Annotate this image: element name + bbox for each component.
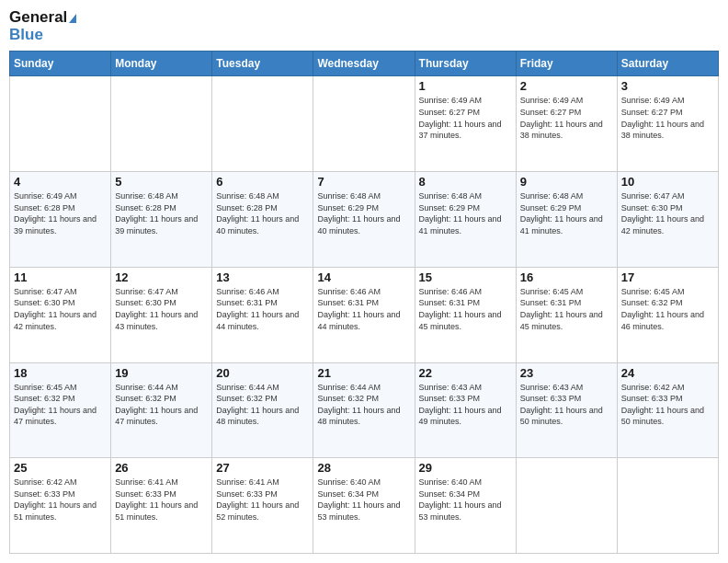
- day-info: Sunrise: 6:43 AM Sunset: 6:33 PM Dayligh…: [419, 382, 512, 428]
- day-header-tuesday: Tuesday: [212, 52, 313, 76]
- logo-blue-text: Blue: [9, 27, 43, 44]
- calendar-week-5: 25Sunrise: 6:42 AM Sunset: 6:33 PM Dayli…: [10, 458, 719, 554]
- day-number: 5: [115, 175, 208, 189]
- day-info: Sunrise: 6:49 AM Sunset: 6:27 PM Dayligh…: [520, 95, 613, 141]
- day-number: 29: [419, 461, 512, 475]
- day-number: 28: [317, 461, 410, 475]
- day-info: Sunrise: 6:40 AM Sunset: 6:34 PM Dayligh…: [317, 477, 410, 523]
- day-number: 2: [520, 79, 613, 93]
- day-header-sunday: Sunday: [10, 52, 111, 76]
- calendar-cell: 13Sunrise: 6:46 AM Sunset: 6:31 PM Dayli…: [212, 267, 313, 362]
- calendar-cell: 24Sunrise: 6:42 AM Sunset: 6:33 PM Dayli…: [617, 362, 718, 458]
- calendar-cell: 25Sunrise: 6:42 AM Sunset: 6:33 PM Dayli…: [10, 458, 111, 554]
- day-info: Sunrise: 6:41 AM Sunset: 6:33 PM Dayligh…: [216, 477, 309, 523]
- calendar-cell: [313, 76, 415, 172]
- calendar-cell: 16Sunrise: 6:45 AM Sunset: 6:31 PM Dayli…: [516, 267, 617, 362]
- day-number: 4: [14, 175, 107, 189]
- day-info: Sunrise: 6:48 AM Sunset: 6:29 PM Dayligh…: [317, 190, 410, 236]
- day-number: 20: [216, 366, 309, 380]
- day-number: 6: [216, 175, 309, 189]
- day-info: Sunrise: 6:41 AM Sunset: 6:33 PM Dayligh…: [115, 477, 208, 523]
- day-number: 16: [520, 270, 613, 284]
- calendar-week-3: 11Sunrise: 6:47 AM Sunset: 6:30 PM Dayli…: [10, 267, 719, 362]
- day-number: 11: [14, 270, 107, 284]
- day-number: 8: [419, 175, 512, 189]
- calendar-cell: 9Sunrise: 6:48 AM Sunset: 6:29 PM Daylig…: [516, 172, 617, 268]
- calendar-cell: 19Sunrise: 6:44 AM Sunset: 6:32 PM Dayli…: [111, 362, 212, 458]
- day-header-saturday: Saturday: [617, 52, 718, 76]
- calendar-cell: [516, 458, 617, 554]
- calendar-cell: 5Sunrise: 6:48 AM Sunset: 6:28 PM Daylig…: [111, 172, 212, 268]
- calendar-cell: 22Sunrise: 6:43 AM Sunset: 6:33 PM Dayli…: [415, 362, 516, 458]
- calendar-cell: 15Sunrise: 6:46 AM Sunset: 6:31 PM Dayli…: [415, 267, 516, 362]
- calendar-table: SundayMondayTuesdayWednesdayThursdayFrid…: [9, 51, 719, 554]
- day-info: Sunrise: 6:44 AM Sunset: 6:32 PM Dayligh…: [216, 382, 309, 428]
- page: General Blue SundayMondayTuesdayWednesda…: [0, 0, 728, 563]
- day-info: Sunrise: 6:45 AM Sunset: 6:31 PM Dayligh…: [520, 286, 613, 332]
- calendar-cell: 20Sunrise: 6:44 AM Sunset: 6:32 PM Dayli…: [212, 362, 313, 458]
- day-number: 10: [621, 175, 714, 189]
- calendar-cell: 29Sunrise: 6:40 AM Sunset: 6:34 PM Dayli…: [415, 458, 516, 554]
- calendar-cell: 11Sunrise: 6:47 AM Sunset: 6:30 PM Dayli…: [10, 267, 111, 362]
- calendar-cell: [10, 76, 111, 172]
- calendar-cell: 4Sunrise: 6:49 AM Sunset: 6:28 PM Daylig…: [10, 172, 111, 268]
- day-info: Sunrise: 6:47 AM Sunset: 6:30 PM Dayligh…: [621, 190, 714, 236]
- logo-general-text: General: [9, 9, 76, 27]
- calendar-cell: 17Sunrise: 6:45 AM Sunset: 6:32 PM Dayli…: [617, 267, 718, 362]
- day-header-thursday: Thursday: [415, 52, 516, 76]
- calendar-cell: 10Sunrise: 6:47 AM Sunset: 6:30 PM Dayli…: [617, 172, 718, 268]
- calendar-cell: 12Sunrise: 6:47 AM Sunset: 6:30 PM Dayli…: [111, 267, 212, 362]
- calendar-cell: 14Sunrise: 6:46 AM Sunset: 6:31 PM Dayli…: [313, 267, 415, 362]
- day-info: Sunrise: 6:48 AM Sunset: 6:28 PM Dayligh…: [216, 190, 309, 236]
- day-info: Sunrise: 6:49 AM Sunset: 6:27 PM Dayligh…: [621, 95, 714, 141]
- day-info: Sunrise: 6:42 AM Sunset: 6:33 PM Dayligh…: [621, 382, 714, 428]
- day-info: Sunrise: 6:44 AM Sunset: 6:32 PM Dayligh…: [317, 382, 410, 428]
- logo-graphic: General Blue: [9, 9, 76, 43]
- calendar-cell: 1Sunrise: 6:49 AM Sunset: 6:27 PM Daylig…: [415, 76, 516, 172]
- day-info: Sunrise: 6:48 AM Sunset: 6:29 PM Dayligh…: [419, 190, 512, 236]
- day-number: 7: [317, 175, 410, 189]
- day-header-wednesday: Wednesday: [313, 52, 415, 76]
- day-number: 21: [317, 366, 410, 380]
- day-info: Sunrise: 6:47 AM Sunset: 6:30 PM Dayligh…: [115, 286, 208, 332]
- day-header-monday: Monday: [111, 52, 212, 76]
- day-number: 23: [520, 366, 613, 380]
- day-info: Sunrise: 6:47 AM Sunset: 6:30 PM Dayligh…: [14, 286, 107, 332]
- day-number: 27: [216, 461, 309, 475]
- day-info: Sunrise: 6:40 AM Sunset: 6:34 PM Dayligh…: [419, 477, 512, 523]
- calendar-header-row: SundayMondayTuesdayWednesdayThursdayFrid…: [10, 52, 719, 76]
- day-number: 19: [115, 366, 208, 380]
- calendar-week-2: 4Sunrise: 6:49 AM Sunset: 6:28 PM Daylig…: [10, 172, 719, 268]
- day-info: Sunrise: 6:46 AM Sunset: 6:31 PM Dayligh…: [419, 286, 512, 332]
- day-header-friday: Friday: [516, 52, 617, 76]
- logo: General Blue: [9, 9, 76, 43]
- calendar-week-1: 1Sunrise: 6:49 AM Sunset: 6:27 PM Daylig…: [10, 76, 719, 172]
- calendar-cell: [617, 458, 718, 554]
- day-info: Sunrise: 6:48 AM Sunset: 6:29 PM Dayligh…: [520, 190, 613, 236]
- day-number: 17: [621, 270, 714, 284]
- day-number: 12: [115, 270, 208, 284]
- calendar-cell: 18Sunrise: 6:45 AM Sunset: 6:32 PM Dayli…: [10, 362, 111, 458]
- day-info: Sunrise: 6:46 AM Sunset: 6:31 PM Dayligh…: [216, 286, 309, 332]
- calendar-cell: 8Sunrise: 6:48 AM Sunset: 6:29 PM Daylig…: [415, 172, 516, 268]
- day-info: Sunrise: 6:48 AM Sunset: 6:28 PM Dayligh…: [115, 190, 208, 236]
- calendar-cell: 7Sunrise: 6:48 AM Sunset: 6:29 PM Daylig…: [313, 172, 415, 268]
- day-number: 18: [14, 366, 107, 380]
- day-number: 25: [14, 461, 107, 475]
- day-number: 13: [216, 270, 309, 284]
- calendar-cell: [212, 76, 313, 172]
- day-number: 24: [621, 366, 714, 380]
- header: General Blue: [9, 9, 719, 43]
- calendar-cell: 6Sunrise: 6:48 AM Sunset: 6:28 PM Daylig…: [212, 172, 313, 268]
- day-info: Sunrise: 6:49 AM Sunset: 6:28 PM Dayligh…: [14, 190, 107, 236]
- calendar-cell: 21Sunrise: 6:44 AM Sunset: 6:32 PM Dayli…: [313, 362, 415, 458]
- day-number: 3: [621, 79, 714, 93]
- day-info: Sunrise: 6:45 AM Sunset: 6:32 PM Dayligh…: [14, 382, 107, 428]
- day-number: 14: [317, 270, 410, 284]
- calendar-cell: 27Sunrise: 6:41 AM Sunset: 6:33 PM Dayli…: [212, 458, 313, 554]
- day-info: Sunrise: 6:42 AM Sunset: 6:33 PM Dayligh…: [14, 477, 107, 523]
- day-info: Sunrise: 6:46 AM Sunset: 6:31 PM Dayligh…: [317, 286, 410, 332]
- calendar-cell: 26Sunrise: 6:41 AM Sunset: 6:33 PM Dayli…: [111, 458, 212, 554]
- calendar-cell: [111, 76, 212, 172]
- calendar-cell: 2Sunrise: 6:49 AM Sunset: 6:27 PM Daylig…: [516, 76, 617, 172]
